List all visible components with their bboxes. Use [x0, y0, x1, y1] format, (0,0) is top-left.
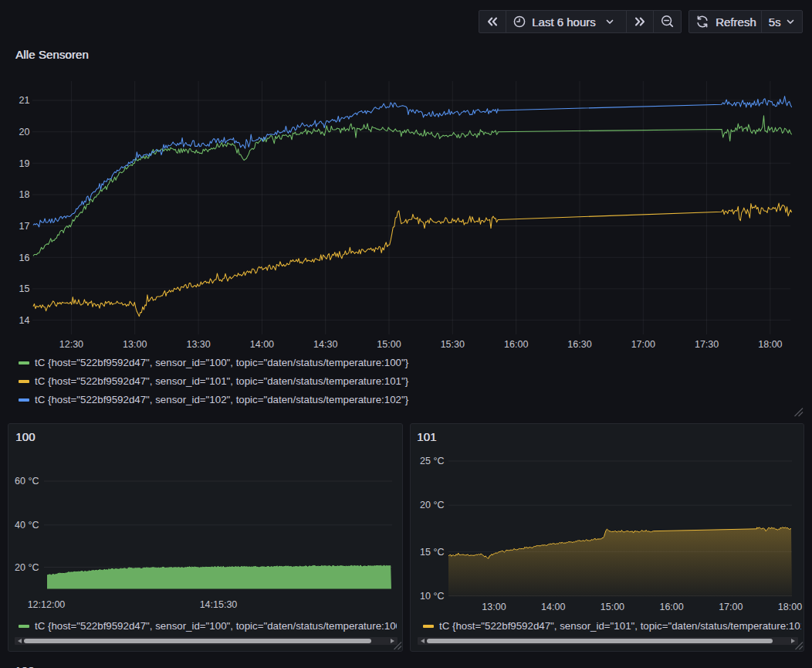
svg-text:15 °C: 15 °C: [420, 547, 444, 558]
svg-text:16:00: 16:00: [504, 339, 528, 350]
svg-text:14: 14: [19, 315, 30, 326]
svg-text:15:00: 15:00: [377, 339, 401, 350]
svg-text:18: 18: [19, 189, 30, 200]
svg-text:16:00: 16:00: [659, 602, 683, 612]
svg-text:15:00: 15:00: [601, 602, 624, 612]
svg-text:10 °C: 10 °C: [420, 591, 444, 602]
svg-text:15:30: 15:30: [441, 339, 465, 350]
svg-text:13:00: 13:00: [123, 339, 147, 350]
svg-text:20: 20: [19, 127, 30, 137]
svg-text:14:30: 14:30: [313, 339, 337, 350]
svg-text:17:30: 17:30: [695, 339, 719, 350]
svg-text:25 °C: 25 °C: [420, 456, 444, 466]
svg-text:18:00: 18:00: [778, 602, 802, 612]
svg-text:16: 16: [19, 253, 30, 263]
svg-text:15: 15: [19, 283, 30, 294]
svg-text:13:30: 13:30: [186, 339, 210, 350]
svg-text:12:12:00: 12:12:00: [28, 599, 66, 610]
svg-text:21: 21: [19, 95, 30, 106]
svg-text:14:00: 14:00: [541, 602, 565, 612]
svg-text:13:00: 13:00: [482, 602, 506, 612]
svg-text:40 °C: 40 °C: [15, 520, 39, 531]
svg-text:17:00: 17:00: [719, 602, 743, 612]
svg-text:20 °C: 20 °C: [15, 562, 39, 573]
svg-text:18:00: 18:00: [758, 339, 782, 350]
svg-text:14:00: 14:00: [250, 339, 274, 350]
svg-text:60 °C: 60 °C: [15, 476, 39, 487]
svg-text:12:30: 12:30: [59, 339, 83, 350]
svg-text:14:15:30: 14:15:30: [200, 599, 238, 610]
svg-text:17: 17: [19, 221, 30, 232]
svg-text:16:30: 16:30: [567, 339, 591, 350]
svg-text:19: 19: [19, 158, 30, 169]
svg-text:17:00: 17:00: [631, 339, 655, 350]
svg-text:20 °C: 20 °C: [420, 500, 444, 510]
